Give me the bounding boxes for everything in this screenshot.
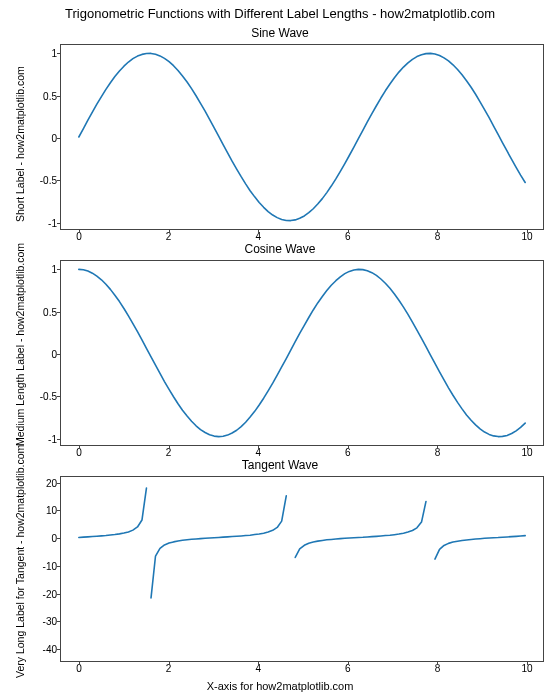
y-axis-label-2: Medium Length Label - how2matplotlib.com bbox=[14, 243, 26, 446]
line-plot-tan bbox=[61, 477, 543, 661]
axes-1: -1-0.500.510246810 bbox=[60, 44, 544, 230]
axes-2: -1-0.500.510246810 bbox=[60, 260, 544, 446]
y-axis-label-3: Very Long Label for Tangent - how2matplo… bbox=[14, 445, 26, 678]
axes-title-1: Sine Wave bbox=[0, 26, 560, 40]
axes-title-2: Cosine Wave bbox=[0, 242, 560, 256]
axes-3: -40-30-20-10010200246810 bbox=[60, 476, 544, 662]
line-plot-sin bbox=[61, 45, 543, 229]
figure-suptitle: Trigonometric Functions with Different L… bbox=[0, 6, 560, 21]
line-plot-cos bbox=[61, 261, 543, 445]
axes-title-3: Tangent Wave bbox=[0, 458, 560, 472]
x-axis-label: X-axis for how2matplotlib.com bbox=[0, 680, 560, 692]
y-axis-label-1: Short Label - how2matplotlib.com bbox=[14, 66, 26, 222]
figure: Trigonometric Functions with Different L… bbox=[0, 0, 560, 700]
